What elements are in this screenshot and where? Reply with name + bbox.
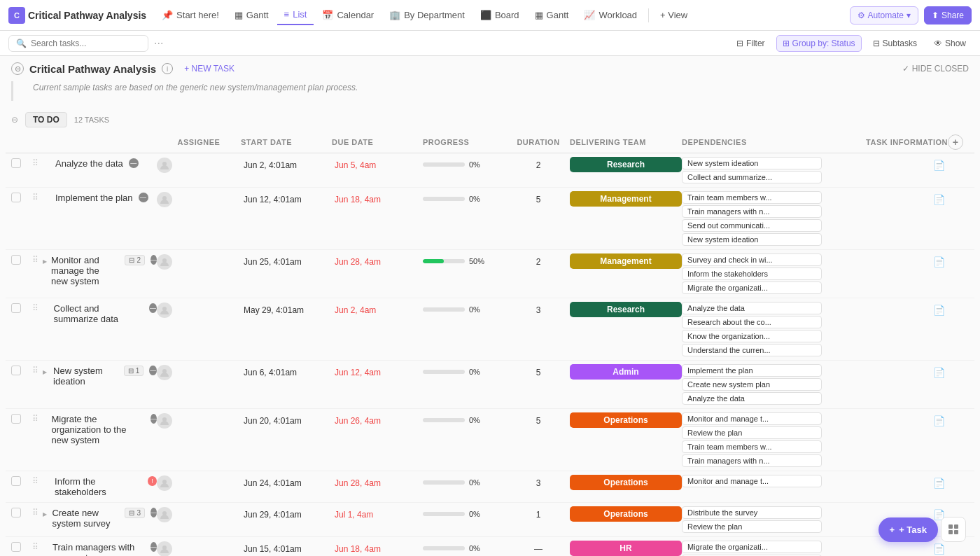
dependency-item[interactable]: Train managers with n...: [682, 205, 822, 218]
assignee-avatar[interactable]: [157, 541, 172, 556]
task-name-text[interactable]: New system ideation: [53, 366, 117, 387]
todo-collapse-icon[interactable]: ⊖: [11, 115, 18, 125]
info-icon[interactable]: i: [162, 63, 173, 74]
tab-calendar[interactable]: 📅 Calendar: [315, 6, 381, 25]
task-checkbox[interactable]: [11, 414, 21, 424]
dependency-item[interactable]: Analyze the data: [682, 302, 822, 314]
new-task-button[interactable]: + NEW TASK: [178, 62, 240, 76]
hide-closed-button[interactable]: ✓ HIDE CLOSED: [902, 64, 969, 74]
task-checkbox[interactable]: [11, 158, 21, 168]
drag-handle[interactable]: ⠿: [32, 508, 38, 517]
tab-by-department[interactable]: 🏢 By Department: [382, 6, 472, 25]
task-name-text[interactable]: Implement the plan: [55, 193, 133, 203]
add-column-button[interactable]: +: [948, 134, 963, 150]
task-name-text[interactable]: Analyze the data: [55, 158, 123, 169]
dependency-item[interactable]: Migrate the organizati...: [682, 541, 822, 553]
tab-list[interactable]: ≡ List: [277, 5, 314, 25]
drag-handle[interactable]: ⠿: [32, 414, 38, 424]
assignee-avatar[interactable]: [157, 303, 172, 318]
drag-handle[interactable]: ⠿: [32, 476, 38, 486]
share-button[interactable]: ⬆ Share: [924, 6, 972, 25]
dependency-item[interactable]: Survey and check in wi...: [682, 253, 822, 266]
header-add-col[interactable]: +: [948, 134, 969, 150]
assignee-avatar[interactable]: [157, 507, 172, 522]
dependency-item[interactable]: Monitor and manage t...: [682, 475, 822, 487]
expand-arrow[interactable]: [43, 366, 49, 376]
task-name-text[interactable]: Monitor and manage the new system: [51, 255, 118, 286]
task-name-text[interactable]: Inform the stakeholders: [55, 476, 142, 497]
dependency-item[interactable]: Migrate the organizati...: [682, 282, 822, 294]
tab-workload[interactable]: 📈 Workload: [577, 6, 644, 25]
file-icon[interactable]: 📄: [933, 194, 945, 205]
search-box[interactable]: 🔍: [8, 35, 148, 52]
tab-gantt1[interactable]: ▦ Gantt: [227, 6, 276, 25]
priority-normal-icon: —: [139, 193, 148, 202]
task-name-text[interactable]: Migrate the organization to the new syst…: [51, 414, 145, 445]
drag-handle[interactable]: ⠿: [32, 366, 38, 375]
automate-button[interactable]: ⚙ Automate ▾: [850, 6, 918, 25]
expand-arrow[interactable]: [43, 255, 47, 265]
assignee-avatar[interactable]: [157, 192, 172, 207]
assignee-avatar[interactable]: [157, 365, 172, 380]
file-icon[interactable]: 📄: [933, 478, 945, 489]
task-checkbox[interactable]: [11, 303, 21, 313]
tab-gantt2[interactable]: ▦ Gantt: [528, 6, 576, 25]
task-name-text[interactable]: Collect and summarize data: [54, 303, 144, 324]
assignee-avatar[interactable]: [157, 254, 172, 270]
progress-fill: [423, 259, 444, 263]
dependency-item[interactable]: Train managers with n...: [682, 454, 822, 467]
task-name-text[interactable]: Train managers with new systems: [52, 542, 145, 556]
search-input[interactable]: [31, 39, 129, 48]
task-name-text[interactable]: Create new system survey: [52, 508, 118, 529]
dependency-item[interactable]: Analyze the data: [682, 392, 822, 405]
dependency-item[interactable]: Create new system plan: [682, 378, 822, 391]
task-checkbox[interactable]: [11, 255, 21, 265]
drag-handle[interactable]: ⠿: [32, 255, 38, 265]
subtasks-button[interactable]: ⊟ Subtasks: [867, 36, 923, 51]
dependency-item[interactable]: Review the plan: [682, 426, 822, 439]
dependency-item[interactable]: New system ideation: [682, 157, 822, 169]
file-icon[interactable]: 📄: [933, 543, 945, 555]
assignee-avatar[interactable]: [157, 475, 172, 491]
task-checkbox[interactable]: [11, 508, 21, 517]
drag-handle[interactable]: ⠿: [32, 542, 38, 552]
dependency-item[interactable]: Send out communicati...: [682, 219, 822, 232]
dependency-item[interactable]: Implement the plan: [682, 364, 822, 377]
tab-start-here[interactable]: 📌 Start here!: [155, 6, 226, 25]
file-icon[interactable]: 📄: [933, 160, 945, 171]
file-icon[interactable]: 📄: [933, 367, 945, 378]
assignee-avatar[interactable]: [157, 158, 172, 173]
task-checkbox[interactable]: [11, 542, 21, 552]
drag-handle[interactable]: ⠿: [32, 193, 38, 202]
dependency-item[interactable]: Distribute the survey: [682, 506, 822, 519]
search-options-icon[interactable]: ···: [154, 37, 163, 50]
collapse-section-icon[interactable]: ⊖: [11, 62, 24, 75]
tab-board[interactable]: ⬛ Board: [473, 6, 526, 25]
dependency-item[interactable]: Inform the stakeholders: [682, 267, 822, 280]
dependency-item[interactable]: Collect and summarize...: [682, 171, 822, 183]
expand-arrow[interactable]: [43, 508, 48, 518]
dependency-item[interactable]: Understand the curren...: [682, 344, 822, 356]
dependency-item[interactable]: Research about the co...: [682, 316, 822, 328]
dependency-item[interactable]: Know the organization...: [682, 330, 822, 342]
task-checkbox[interactable]: [11, 366, 21, 375]
assignee-avatar[interactable]: [157, 413, 172, 429]
dependency-item[interactable]: Train team members w...: [682, 191, 822, 204]
task-checkbox[interactable]: [11, 476, 21, 486]
drag-handle[interactable]: ⠿: [32, 158, 38, 168]
tab-add-view[interactable]: + View: [653, 6, 694, 25]
dependency-item[interactable]: Train team members w...: [682, 440, 822, 453]
task-checkbox[interactable]: [11, 193, 21, 202]
show-button[interactable]: 👁 Show: [928, 36, 972, 51]
file-icon[interactable]: 📄: [933, 305, 945, 316]
add-task-fab[interactable]: + + Task: [878, 517, 938, 542]
dependency-item[interactable]: Review the plan: [682, 520, 822, 533]
drag-handle[interactable]: ⠿: [32, 303, 38, 313]
filter-button[interactable]: ⊟ Filter: [731, 36, 771, 51]
dependency-item[interactable]: Monitor and manage t...: [682, 412, 822, 425]
file-icon[interactable]: 📄: [933, 256, 945, 267]
grid-view-icon[interactable]: [941, 517, 966, 542]
dependency-item[interactable]: New system ideation: [682, 233, 822, 246]
file-icon[interactable]: 📄: [933, 415, 945, 426]
groupby-button[interactable]: ⊞ Group by: Status: [776, 35, 862, 52]
